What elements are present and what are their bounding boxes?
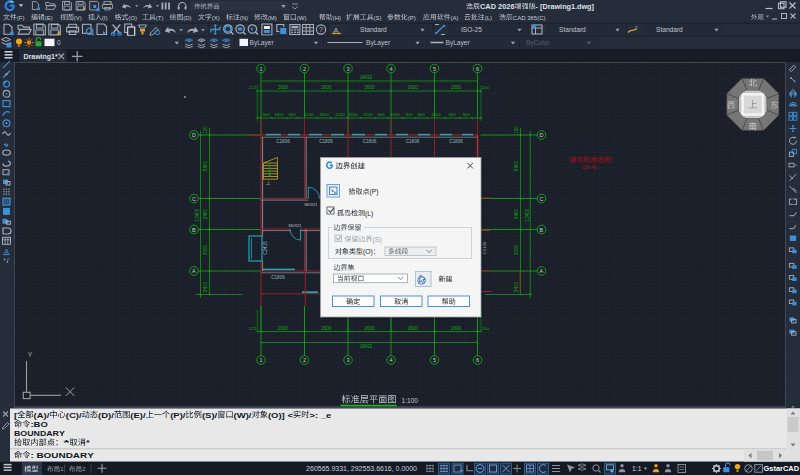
svg-text:CAD 2026: CAD 2026 xyxy=(480,3,515,10)
svg-text:Standard: Standard xyxy=(559,26,586,33)
svg-text:Y: Y xyxy=(28,350,33,359)
svg-text:2600: 2600 xyxy=(321,85,331,90)
svg-text:ByLayer: ByLayer xyxy=(250,39,275,47)
svg-text:5: 5 xyxy=(433,357,436,363)
svg-text:2600: 2600 xyxy=(278,85,288,90)
svg-text:(L): (L) xyxy=(365,210,373,218)
svg-text:3: 3 xyxy=(346,357,349,363)
svg-text:900: 900 xyxy=(378,112,386,117)
svg-text:900: 900 xyxy=(449,112,457,117)
svg-text:B: B xyxy=(192,227,196,233)
svg-text:M0921: M0921 xyxy=(289,223,302,228)
svg-text:2600: 2600 xyxy=(321,326,331,331)
svg-text:1800: 1800 xyxy=(319,112,329,117)
svg-text:13400: 13400 xyxy=(525,208,530,221)
svg-text:Drawing1*: Drawing1* xyxy=(24,53,58,61)
svg-text:Standard: Standard xyxy=(360,26,387,33)
svg-text:1:1: 1:1 xyxy=(632,465,642,472)
svg-text:1: 1 xyxy=(259,357,262,363)
svg-text:(S)/: (S)/ xyxy=(202,411,217,420)
svg-text:13400: 13400 xyxy=(195,208,200,221)
svg-text:(A): (A) xyxy=(451,15,459,21)
svg-text:M0921: M0921 xyxy=(305,202,318,207)
svg-text:(F): (F) xyxy=(17,15,25,21)
svg-text:C1806: C1806 xyxy=(406,139,420,144)
svg-text:1: 1 xyxy=(259,66,262,72)
svg-text:2410: 2410 xyxy=(514,281,519,292)
svg-text:A: A xyxy=(540,268,544,274)
svg-text:226.46: 226.46 xyxy=(582,165,597,170)
svg-text:(S): (S) xyxy=(373,236,382,244)
svg-text:1800: 1800 xyxy=(390,112,400,117)
svg-text:BOUNDARY: BOUNDARY xyxy=(14,429,65,438)
svg-text:900: 900 xyxy=(406,112,414,117)
svg-text:3000: 3000 xyxy=(203,244,208,255)
svg-text:(D)/: (D)/ xyxy=(98,411,114,420)
svg-text:222: 222 xyxy=(249,326,257,331)
svg-text:*: * xyxy=(63,438,70,447)
svg-text:C2415: C2415 xyxy=(263,241,268,255)
svg-text:1200: 1200 xyxy=(304,112,314,117)
svg-text:ByColor: ByColor xyxy=(526,39,550,47)
svg-text:(O): (O) xyxy=(363,248,373,256)
svg-text:*: * xyxy=(86,438,90,447)
svg-text:C1806: C1806 xyxy=(363,139,377,144)
svg-text:1800: 1800 xyxy=(431,112,441,117)
svg-text:(O)] <: (O)] < xyxy=(268,411,293,420)
svg-text:(V): (V) xyxy=(74,15,82,21)
svg-text:120: 120 xyxy=(203,126,208,134)
svg-text:260565.9331, 292553.6616, 0.00: 260565.9331, 292553.6616, 0.0000 xyxy=(306,465,417,472)
svg-text:3000: 3000 xyxy=(514,244,519,255)
svg-text:6: 6 xyxy=(476,66,479,72)
svg-text:(P): (P) xyxy=(370,188,379,196)
svg-text:120: 120 xyxy=(514,126,519,134)
svg-text::BO: :BO xyxy=(30,420,48,429)
svg-text:0: 0 xyxy=(57,39,61,46)
svg-text:2: 2 xyxy=(303,66,306,72)
svg-text:C1806: C1806 xyxy=(276,139,290,144)
svg-text:222: 222 xyxy=(249,85,257,90)
svg-text:900: 900 xyxy=(263,112,271,117)
svg-text:(D): (D) xyxy=(183,15,191,21)
svg-text:- [Drawing1.dwg]: - [Drawing1.dwg] xyxy=(536,3,594,11)
svg-text:2600: 2600 xyxy=(278,326,288,331)
svg-text:1800: 1800 xyxy=(274,112,284,117)
svg-text:3: 3 xyxy=(346,66,349,72)
svg-text:(T): (T) xyxy=(156,15,164,21)
svg-text:18432: 18432 xyxy=(360,75,373,80)
svg-text:(E)/: (E)/ xyxy=(130,411,145,420)
svg-text:C: C xyxy=(540,196,544,202)
svg-text:5: 5 xyxy=(433,66,436,72)
svg-text:1200: 1200 xyxy=(363,112,373,117)
svg-text:2600: 2600 xyxy=(408,326,418,331)
svg-text:ISO-25: ISO-25 xyxy=(461,26,482,33)
svg-text:900: 900 xyxy=(418,112,426,117)
svg-text:(O): (O) xyxy=(128,15,137,21)
svg-text:4: 4 xyxy=(389,357,392,363)
svg-text:(A)/: (A)/ xyxy=(34,411,50,420)
svg-text:+: + xyxy=(460,467,464,473)
svg-text:(H): (H) xyxy=(333,15,341,21)
svg-text:(N): (N) xyxy=(240,15,248,21)
svg-text:A: A xyxy=(192,268,196,274)
svg-text:(C)/: (C)/ xyxy=(66,411,82,420)
svg-text:5400: 5400 xyxy=(514,160,519,171)
svg-text:2400: 2400 xyxy=(514,208,519,219)
svg-text:: BOUNDARY: : BOUNDARY xyxy=(30,451,94,460)
svg-text:900: 900 xyxy=(289,112,297,117)
svg-text:2600: 2600 xyxy=(365,326,375,331)
svg-text:5400: 5400 xyxy=(203,160,208,171)
svg-text:ByLayer: ByLayer xyxy=(446,39,471,47)
svg-text:>: _e: >: _e xyxy=(309,411,331,420)
svg-text:D: D xyxy=(540,132,544,138)
svg-text:C: C xyxy=(192,196,196,202)
svg-text:18432: 18432 xyxy=(360,344,373,349)
svg-text:Standard: Standard xyxy=(656,26,683,33)
svg-text:1200: 1200 xyxy=(335,112,345,117)
svg-text:1: 1 xyxy=(60,465,64,472)
svg-text:D: D xyxy=(192,132,196,138)
svg-text:2600: 2600 xyxy=(451,85,461,90)
svg-text:2400: 2400 xyxy=(203,208,208,219)
svg-text:(P)/: (P)/ xyxy=(170,411,185,420)
svg-text:2: 2 xyxy=(82,465,86,472)
